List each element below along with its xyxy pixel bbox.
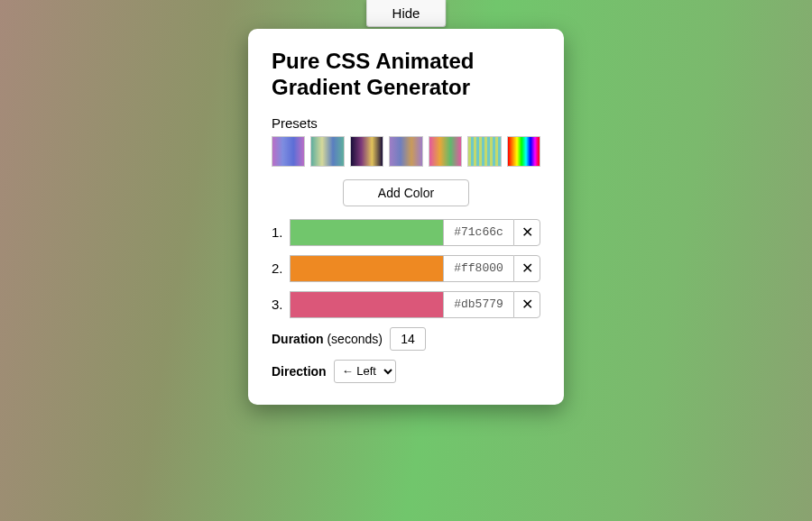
- color-row-2: 2. ✕: [272, 255, 540, 282]
- gradient-background: Hide Pure CSS Animated Gradient Generato…: [0, 0, 812, 521]
- color-swatch-input[interactable]: [290, 219, 443, 246]
- hex-input[interactable]: [443, 291, 513, 318]
- color-row-1: 1. ✕: [272, 219, 540, 246]
- hex-input[interactable]: [443, 255, 513, 282]
- preset-swatch-5[interactable]: [429, 136, 462, 167]
- remove-color-button[interactable]: ✕: [513, 255, 540, 282]
- direction-label: Direction: [272, 364, 327, 379]
- page-title: Pure CSS Animated Gradient Generator: [272, 49, 540, 101]
- close-icon: ✕: [521, 224, 533, 241]
- color-swatch-input[interactable]: [290, 291, 443, 318]
- duration-input[interactable]: [390, 327, 426, 351]
- color-number: 2.: [272, 260, 290, 276]
- hide-button[interactable]: Hide: [366, 0, 447, 27]
- remove-color-button[interactable]: ✕: [513, 219, 540, 246]
- close-icon: ✕: [521, 260, 533, 277]
- close-icon: ✕: [521, 296, 533, 313]
- color-number: 1.: [272, 224, 290, 240]
- color-row-3: 3. ✕: [272, 291, 540, 318]
- preset-swatch-2[interactable]: [310, 136, 344, 167]
- presets-row: [272, 136, 540, 167]
- add-color-button[interactable]: Add Color: [343, 179, 469, 206]
- direction-select[interactable]: ← Left: [334, 360, 396, 383]
- color-number: 3.: [272, 297, 290, 312]
- preset-swatch-4[interactable]: [389, 136, 422, 167]
- preset-swatch-1[interactable]: [272, 136, 305, 167]
- preset-swatch-7[interactable]: [507, 136, 540, 167]
- duration-row: Duration (seconds): [272, 327, 540, 351]
- generator-panel: Pure CSS Animated Gradient Generator Pre…: [248, 29, 564, 405]
- preset-swatch-6[interactable]: [467, 136, 501, 167]
- hex-input[interactable]: [443, 219, 513, 246]
- remove-color-button[interactable]: ✕: [513, 291, 540, 318]
- direction-row: Direction ← Left: [272, 360, 540, 383]
- presets-label: Presets: [272, 115, 540, 131]
- preset-swatch-3[interactable]: [350, 136, 383, 167]
- duration-label: Duration (seconds): [272, 332, 383, 346]
- color-swatch-input[interactable]: [290, 255, 443, 282]
